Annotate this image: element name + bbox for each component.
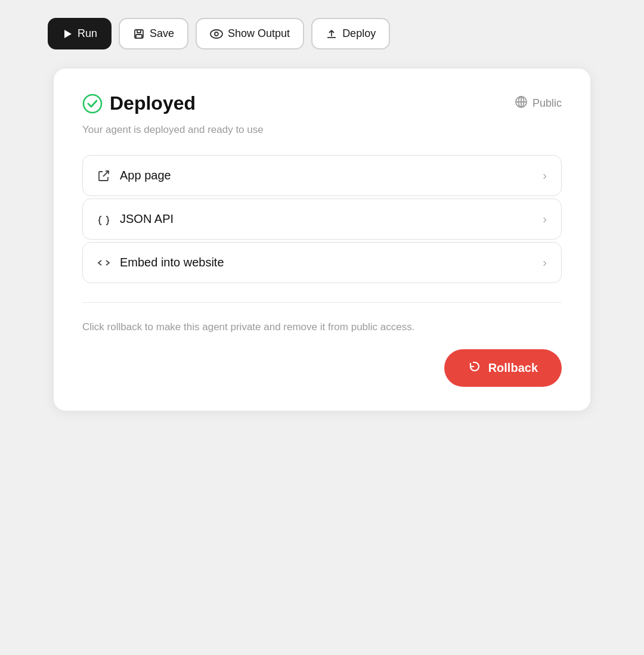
json-api-label: JSON API — [120, 212, 174, 226]
deployed-check-icon — [82, 94, 103, 114]
divider — [82, 302, 562, 303]
public-badge: Public — [515, 95, 562, 111]
svg-rect-2 — [137, 30, 141, 33]
rollback-actions: Rollback — [82, 349, 562, 387]
app-page-chevron: › — [543, 169, 547, 182]
deployed-title: Deployed — [82, 92, 196, 114]
run-label: Run — [78, 27, 97, 40]
public-label: Public — [532, 97, 562, 110]
embed-label: Embed into website — [120, 256, 224, 269]
play-icon — [62, 29, 73, 39]
eye-icon — [210, 29, 223, 39]
deploy-icon — [326, 28, 338, 40]
svg-marker-0 — [64, 30, 72, 38]
deployment-card: Deployed Public Your agent is deployed a… — [54, 69, 590, 411]
run-button[interactable]: Run — [48, 18, 112, 49]
rollback-label: Rollback — [488, 361, 538, 375]
save-label: Save — [150, 27, 174, 40]
toolbar: Run Save Show Output Deploy — [0, 18, 390, 49]
deploy-label: Deploy — [342, 27, 376, 40]
link-list: App page › JSON API › — [82, 155, 562, 283]
globe-icon — [515, 95, 528, 111]
show-output-label: Show Output — [228, 27, 290, 40]
rollback-icon — [468, 360, 481, 376]
svg-point-5 — [215, 32, 218, 36]
save-icon — [133, 28, 145, 40]
code-icon — [97, 256, 110, 269]
deploy-button[interactable]: Deploy — [311, 18, 390, 49]
save-button[interactable]: Save — [119, 18, 188, 49]
rollback-section: Click rollback to make this agent privat… — [82, 319, 562, 387]
rollback-description: Click rollback to make this agent privat… — [82, 319, 488, 335]
embed-item[interactable]: Embed into website › — [82, 242, 562, 283]
app-page-label: App page — [120, 169, 171, 182]
rollback-button[interactable]: Rollback — [444, 349, 562, 387]
card-header: Deployed Public — [82, 92, 562, 114]
app-page-item[interactable]: App page › — [82, 155, 562, 196]
external-link-icon — [97, 169, 110, 182]
svg-line-11 — [103, 171, 109, 176]
embed-chevron: › — [543, 256, 547, 269]
json-icon — [97, 213, 110, 226]
json-api-chevron: › — [543, 212, 547, 226]
svg-point-6 — [83, 95, 101, 113]
deployed-subtitle: Your agent is deployed and ready to use — [82, 124, 562, 136]
svg-rect-3 — [136, 35, 142, 38]
svg-point-4 — [210, 30, 222, 38]
show-output-button[interactable]: Show Output — [196, 18, 304, 49]
json-api-item[interactable]: JSON API › — [82, 198, 562, 240]
